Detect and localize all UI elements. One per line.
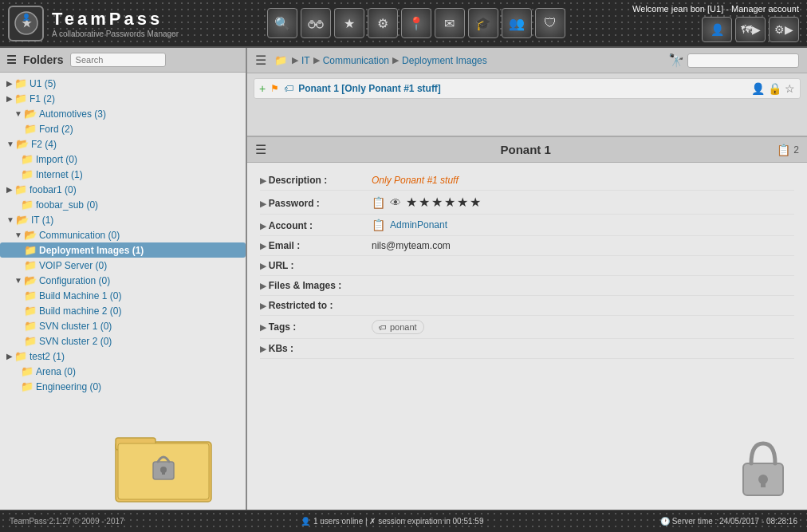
breadcrumb-item-communication[interactable]: Communication: [323, 55, 389, 66]
tree-item-import[interactable]: 📁 Import (0): [0, 152, 246, 167]
search-input[interactable]: [70, 53, 166, 67]
tree-item-u1[interactable]: ▶ 📁 U1 (5): [0, 76, 246, 91]
settings-button[interactable]: ⚙▶: [769, 17, 799, 42]
tree-item-automotives[interactable]: ▼ 📂 Automotives (3): [0, 106, 246, 121]
breadcrumb-search-input[interactable]: [687, 53, 799, 68]
lock-action-icon[interactable]: 🔒: [768, 82, 781, 95]
list-item-ponant1[interactable]: + ⚑ 🏷 Ponant 1 [Only Ponant #1 stuff] 👤 …: [254, 78, 801, 99]
app-title: TeamPass: [52, 9, 179, 30]
tree-item-label: Engineering (0): [36, 381, 101, 392]
breadcrumb-separator-3: ▶: [392, 55, 399, 65]
tree-item-foobar1[interactable]: ▶ 📁 foobar1 (0): [0, 182, 246, 197]
password-stars: ★★★★★★: [406, 195, 482, 210]
folder-icon: 📂: [16, 214, 29, 226]
tree-item-build-machine-2[interactable]: 📁 Build machine 2 (0): [0, 303, 246, 318]
detail-row-account: Account : 📋 AdminPonant: [260, 215, 794, 236]
favorites-nav-button[interactable]: ★: [334, 8, 364, 38]
map-button[interactable]: 🗺▶: [735, 17, 766, 42]
folder-icon: 📁: [21, 153, 33, 165]
tree-item-label: Build machine 2 (0): [39, 305, 121, 317]
detail-row-description: Description : Only Ponant #1 stuff: [260, 171, 794, 191]
detail-badge: 📋 2: [777, 144, 799, 156]
folder-icon: 📁: [24, 244, 37, 256]
copy-account-icon[interactable]: 📋: [372, 219, 385, 231]
mail-nav-button[interactable]: ✉: [435, 8, 465, 38]
folder-icon: 📁: [24, 259, 37, 271]
profile-button[interactable]: 👤: [702, 17, 732, 42]
tree-item-communication[interactable]: ▼ 📂 Communication (0): [0, 227, 246, 242]
detail-row-url: URL :: [260, 256, 794, 276]
show-password-icon[interactable]: 👁: [390, 196, 401, 209]
tree-item-label: F1 (2): [30, 93, 55, 104]
folder-icon: 📁: [24, 123, 37, 135]
breadcrumb-item-deployment[interactable]: Deployment Images: [402, 55, 487, 66]
tree-item-it[interactable]: ▼ 📂 IT (1): [0, 212, 246, 227]
url-label: URL :: [260, 260, 372, 271]
tree-item-label: Ford (2): [39, 124, 73, 135]
star-action-icon[interactable]: ☆: [785, 82, 795, 95]
tree-item-ford[interactable]: 📁 Ford (2): [0, 121, 246, 136]
user-action-icon[interactable]: 👤: [751, 82, 765, 95]
folder-icon: 📁: [24, 335, 37, 347]
tools-nav-button[interactable]: ⚙: [368, 8, 398, 38]
tree-item-label: IT (1): [31, 215, 53, 226]
pin-nav-button[interactable]: 📍: [401, 8, 431, 38]
tree-item-foobar-sub[interactable]: 📁 foobar_sub (0): [0, 197, 246, 212]
footer-status: 👤 1 users online | ✗ session expiration …: [301, 517, 484, 526]
password-value: 📋 👁 ★★★★★★: [372, 195, 794, 210]
tree-item-engineering[interactable]: 📁 Engineering (0): [0, 379, 246, 394]
main-navigation: 🔍 ★ ⚙ 📍 ✉ 🎓 👥 🛡: [199, 8, 632, 38]
tree-item-internet[interactable]: 📁 Internet (1): [0, 167, 246, 182]
account-link[interactable]: AdminPonant: [390, 219, 794, 231]
folder-icon: 📂: [16, 138, 29, 150]
copy-password-icon[interactable]: 📋: [372, 196, 385, 209]
folder-icon: 📁: [24, 305, 37, 317]
breadcrumb-bar: ☰ 📁 ▶ IT ▶ Communication ▶ Deployment Im…: [247, 48, 807, 73]
svg-rect-5: [314, 24, 317, 26]
binoculars-nav-button[interactable]: [301, 8, 331, 38]
collapse-arrow: ▼: [14, 109, 22, 118]
tag-icon: 🏷: [284, 83, 293, 94]
breadcrumb-search: 🔭: [668, 53, 799, 68]
detail-row-tags: Tags : ponant: [260, 316, 794, 339]
tree-item-test2[interactable]: ▶ 📁 test2 (1): [0, 349, 246, 364]
detail-menu-icon[interactable]: ☰: [255, 142, 266, 157]
search-nav-button[interactable]: 🔍: [267, 8, 297, 38]
detail-badge-count: 2: [793, 144, 799, 156]
account-value: 📋 AdminPonant: [372, 219, 794, 231]
detail-header: ☰ Ponant 1 📋 2: [247, 137, 807, 163]
email-label: Email :: [260, 240, 372, 251]
footer-server-time: 🕐 Server time : 24/05/2017 - 08:28:16: [660, 517, 797, 526]
breadcrumb-item-it[interactable]: IT: [301, 55, 310, 66]
tree-item-label: Configuration (0): [39, 275, 110, 286]
tree-item-label: Import (0): [36, 154, 77, 165]
lock-decoration: [735, 435, 791, 502]
tree-item-arena[interactable]: 📁 Arena (0): [0, 364, 246, 379]
account-label: Account :: [260, 220, 372, 231]
collapse-arrow: ▼: [14, 231, 22, 239]
tree-item-f1[interactable]: ▶ 📁 F1 (2): [0, 91, 246, 106]
admin-nav-button[interactable]: 🛡: [535, 8, 565, 38]
detail-row-restricted: Restricted to :: [260, 296, 794, 316]
help-nav-button[interactable]: 🎓: [468, 8, 498, 38]
detail-row-email: Email : nils@myteam.com: [260, 236, 794, 256]
breadcrumb-search-icon[interactable]: 🔭: [668, 53, 684, 68]
breadcrumb-menu-icon[interactable]: ☰: [255, 53, 266, 68]
collapse-arrow: ▼: [14, 276, 22, 285]
tree-item-label: Build Machine 1 (0): [39, 290, 121, 301]
kbs-label: KBs :: [260, 343, 372, 354]
detail-panel: ☰ Ponant 1 📋 2 Description : Only Ponant…: [247, 137, 807, 510]
tree-item-build-machine-1[interactable]: 📁 Build Machine 1 (0): [0, 288, 246, 303]
action-buttons: 👤 🗺▶ ⚙▶: [702, 17, 799, 42]
tree-item-voip-server[interactable]: 📁 VOIP Server (0): [0, 258, 246, 273]
sidebar-menu-icon[interactable]: ☰: [6, 53, 17, 66]
collapse-arrow: ▶: [6, 94, 13, 103]
restricted-label: Restricted to :: [260, 300, 372, 311]
tree-item-f2[interactable]: ▼ 📂 F2 (4): [0, 136, 246, 152]
description-label: Description :: [260, 175, 372, 186]
users-nav-button[interactable]: 👥: [502, 8, 532, 38]
tree-item-configuration[interactable]: ▼ 📂 Configuration (0): [0, 273, 246, 288]
tree-item-deployment-images[interactable]: 📁 Deployment Images (1): [0, 242, 246, 258]
tree-item-svn-cluster-1[interactable]: 📁 SVN cluster 1 (0): [0, 318, 246, 333]
tree-item-svn-cluster-2[interactable]: 📁 SVN cluster 2 (0): [0, 333, 246, 349]
